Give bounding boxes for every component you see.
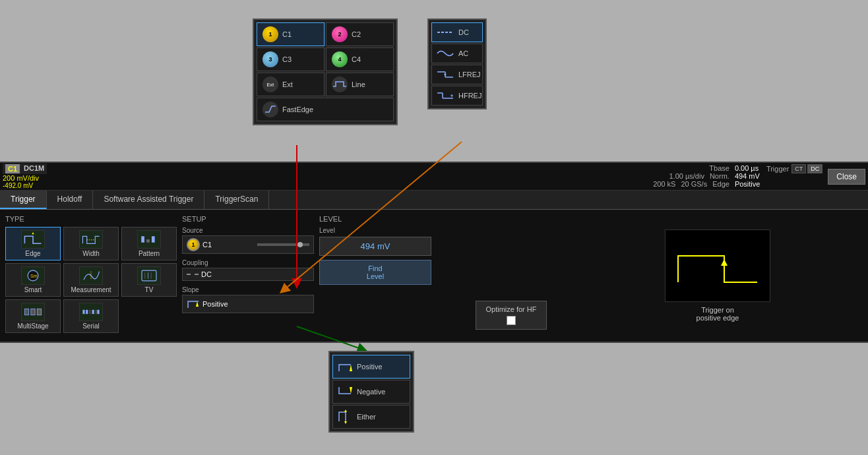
source-c3-btn[interactable]: 3 C3 xyxy=(257,47,325,71)
level-field-label: Level xyxy=(319,227,431,234)
edge-type-icon xyxy=(21,230,45,249)
source-slider-handle xyxy=(297,242,303,247)
trigger-desc-line2: positive edge xyxy=(697,314,739,322)
type-title: Type xyxy=(5,215,177,223)
tv-label: TV xyxy=(145,286,154,293)
svg-rect-38 xyxy=(92,310,94,314)
sample-rate2: 20 GS/s xyxy=(681,180,707,188)
svg-rect-32 xyxy=(24,309,28,315)
type-grid: Edge Width Pattern xyxy=(5,227,177,333)
pattern-type-icon xyxy=(137,230,161,249)
trig-ct-btn[interactable]: CT xyxy=(791,164,806,173)
trigger-header: Trigger CT DC xyxy=(766,164,822,173)
c3-icon: 3 xyxy=(263,51,278,67)
source-c1-btn[interactable]: 1 C1 xyxy=(257,22,325,46)
c1-icon: 1 xyxy=(263,26,278,42)
svg-rect-22 xyxy=(141,236,144,242)
hf-section: Optimize for HF xyxy=(455,215,567,336)
coupling-ac-btn[interactable]: AC xyxy=(431,44,483,63)
tab-holdoff[interactable]: Holdoff xyxy=(47,191,94,209)
slope-negative-label: Negative xyxy=(357,388,385,396)
slope-popup: Positive Negative Either xyxy=(328,351,414,433)
trigger-content: Type Edge Width xyxy=(0,210,868,342)
edge-value: Positive xyxy=(735,180,761,188)
coupling-field-group: Coupling DC xyxy=(182,259,314,281)
source-fastedge-btn[interactable]: FastEdge xyxy=(257,98,394,121)
close-button[interactable]: Close xyxy=(828,169,865,185)
type-section: Type Edge Width xyxy=(5,215,177,336)
svg-rect-33 xyxy=(31,309,35,315)
svg-marker-20 xyxy=(32,232,34,234)
serial-label: Serial xyxy=(82,322,100,330)
type-serial-btn[interactable]: Serial xyxy=(63,299,119,333)
tbase-row3: 200 kS 20 GS/s Edge Positive xyxy=(653,180,761,188)
source-ext-label: Ext xyxy=(282,80,293,88)
coupling-control[interactable]: DC xyxy=(182,268,314,281)
trigger-desc-line1: Trigger on xyxy=(697,306,739,314)
oscilloscope-panel: C1 DC1M 200 mV/div -492.0 mV Tbase 0.00 … xyxy=(0,162,868,343)
slope-positive-btn[interactable]: Positive xyxy=(332,355,410,379)
type-tv-btn[interactable]: TV xyxy=(121,263,177,297)
source-channel-icon: 1 xyxy=(187,238,200,251)
source-control[interactable]: 1 C1 xyxy=(182,235,314,254)
norm-value: 494 mV xyxy=(735,172,761,180)
serial-type-icon xyxy=(79,303,103,321)
tab-software-assisted[interactable]: Software Assisted Trigger xyxy=(93,191,204,209)
svg-rect-36 xyxy=(86,310,88,314)
svg-rect-23 xyxy=(146,239,150,243)
source-popup: 1 C1 2 C2 3 C3 4 C4 Ext Ext Line xyxy=(253,18,398,125)
source-c2-btn[interactable]: 2 C2 xyxy=(326,22,394,46)
time-per-div: 1.00 µs/div xyxy=(669,172,704,180)
hf-optimize-button[interactable]: Optimize for HF xyxy=(476,301,546,330)
type-width-btn[interactable]: Width xyxy=(63,227,119,260)
slope-either-btn[interactable]: Either xyxy=(332,405,410,429)
measurement-label: Measurement xyxy=(71,286,111,293)
coupling-lfrej-btn[interactable]: LFREJ xyxy=(431,65,483,84)
slope-arrow-icon xyxy=(187,297,200,311)
hfrej-coupling-icon xyxy=(436,90,454,102)
type-multistage-btn[interactable]: MultiStage xyxy=(5,299,61,333)
source-value: C1 xyxy=(202,241,255,249)
slope-control[interactable]: Positive xyxy=(182,295,314,313)
hf-checkbox[interactable] xyxy=(507,316,516,325)
coupling-hfrej-btn[interactable]: HFREJ xyxy=(431,86,483,106)
svg-marker-42 xyxy=(196,301,199,307)
either-slope-icon xyxy=(337,409,353,425)
source-ext-btn[interactable]: Ext Ext xyxy=(257,73,325,96)
slope-negative-btn[interactable]: Negative xyxy=(332,380,410,404)
tab-trigger[interactable]: Trigger xyxy=(0,191,47,209)
source-slider[interactable] xyxy=(257,243,309,246)
svg-marker-15 xyxy=(350,365,352,371)
trigger-mode-buttons: CT DC xyxy=(791,164,822,173)
source-line-btn[interactable]: Line xyxy=(326,73,394,96)
tbase-row2: 1.00 µs/div Norm. 494 mV xyxy=(669,172,761,180)
coupling-dc-btn[interactable]: DC xyxy=(431,22,483,42)
coupling-lfrej-label: LFREJ xyxy=(458,71,481,78)
level-title: Level xyxy=(319,215,431,223)
source-c1-label: C1 xyxy=(282,30,292,38)
svg-text:Sm: Sm xyxy=(30,274,38,278)
source-c4-btn[interactable]: 4 C4 xyxy=(326,47,394,71)
type-smart-btn[interactable]: Sm Smart xyxy=(5,263,61,297)
type-edge-btn[interactable]: Edge xyxy=(5,227,61,260)
svg-rect-40 xyxy=(97,310,99,314)
trigger-label: Trigger xyxy=(766,165,789,173)
find-level-button[interactable]: Find Level xyxy=(319,260,431,285)
negative-slope-icon xyxy=(337,384,353,400)
sample-rate1: 200 kS xyxy=(653,180,675,188)
trig-dc-btn[interactable]: DC xyxy=(807,164,822,173)
type-pattern-btn[interactable]: Pattern xyxy=(121,227,177,260)
level-section: Level Level 494 mV Find Level xyxy=(319,215,431,336)
type-measurement-btn[interactable]: Measurement xyxy=(63,263,119,297)
multistage-label: MultiStage xyxy=(17,322,48,330)
find-sub-label: Level xyxy=(367,272,384,280)
smart-label: Smart xyxy=(24,286,42,293)
svg-rect-37 xyxy=(89,310,91,314)
norm-label: Norm. xyxy=(710,172,729,180)
coupling-dc-label: DC xyxy=(458,28,469,36)
tab-triggerscan[interactable]: TriggerScan xyxy=(204,191,269,209)
svg-rect-34 xyxy=(37,309,41,315)
status-bar: C1 DC1M 200 mV/div -492.0 mV Tbase 0.00 … xyxy=(0,163,868,191)
preview-section: Trigger on positive edge xyxy=(573,215,863,336)
hf-label: Optimize for HF xyxy=(485,305,536,313)
